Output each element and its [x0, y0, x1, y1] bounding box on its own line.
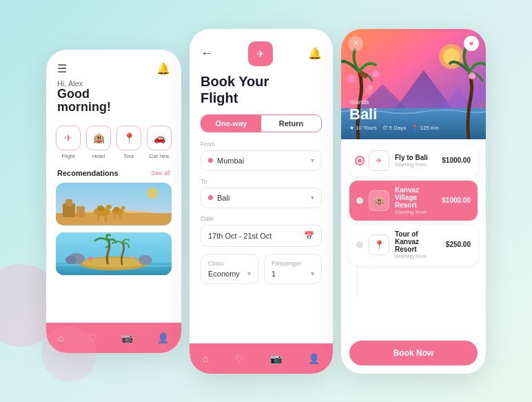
svg-point-10 [106, 205, 112, 209]
item-2-sub: Starting from [395, 253, 440, 259]
destination-bali[interactable]: Bali ★ 10 Tours [56, 232, 172, 275]
item-2-price: $250.00 [446, 241, 471, 248]
bali-hero-section: ✕ ♥ [341, 29, 486, 139]
passenger-label: Passenger [272, 260, 314, 267]
recommendations-header: Recomendations See all [46, 163, 181, 180]
nav-home-icon[interactable]: ⌂ [59, 332, 64, 343]
timeline-dot-0 [356, 157, 363, 164]
flight-btn[interactable]: ✈ [248, 41, 273, 66]
greeting-section: Hi, Alex Goodmorning! [46, 79, 181, 122]
class-select[interactable]: Class Economy ▾ [201, 254, 258, 284]
item-1-price: $1000.00 [442, 197, 471, 204]
svg-point-36 [367, 85, 373, 90]
category-tour[interactable]: 📍 Tour [116, 125, 141, 159]
svg-rect-5 [76, 206, 85, 217]
nav2-profile-icon[interactable]: 👤 [308, 353, 320, 364]
stat-km: 📍 125 Km [411, 125, 439, 131]
svg-point-11 [97, 205, 104, 211]
menu-icon[interactable]: ☰ [57, 62, 67, 75]
item-1-name: Kanvaz Village Resort [395, 186, 436, 209]
from-chevron-icon: ▾ [311, 157, 314, 164]
flight-icon: ✈ [56, 125, 81, 150]
svg-rect-8 [105, 214, 107, 221]
calendar-icon: 📅 [304, 231, 314, 241]
to-value: Bali [217, 194, 229, 202]
category-hotel[interactable]: 🏨 Hotel [86, 125, 111, 159]
booking-top-bar: ← ✈ 🔔 [190, 29, 333, 73]
date-section: Date 17th Oct - 21st Oct 📅 [190, 215, 333, 254]
svg-point-38 [372, 70, 379, 77]
item-2-icon: 📍 [369, 234, 389, 255]
notification-icon[interactable]: 🔔 [156, 62, 170, 75]
car-icon: 🚗 [147, 125, 172, 150]
tour-label: Tour [123, 153, 134, 159]
item-1-icon: 🏨 [369, 190, 389, 211]
class-value: Economy [208, 270, 240, 278]
nav-favorites-icon[interactable]: ♡ [88, 332, 97, 343]
svg-point-18 [147, 188, 158, 199]
see-all-link[interactable]: See all [151, 170, 170, 177]
close-button[interactable]: ✕ [348, 36, 363, 51]
itinerary-item-0[interactable]: ✈ Fly to Bali Starting from $1000.00 [349, 145, 478, 177]
date-label: Date [201, 215, 322, 222]
egypt-illustration [56, 183, 172, 224]
nav2-home-icon[interactable]: ⌂ [203, 353, 208, 364]
date-value: 17th Oct - 21st Oct [208, 232, 272, 240]
category-car[interactable]: 🚗 Car hire [147, 125, 172, 159]
bell-icon[interactable]: 🔔 [308, 47, 322, 60]
hotel-icon: 🏨 [86, 125, 111, 150]
stat-tours: ★ 10 Tours [349, 125, 377, 131]
class-passenger-row: Class Economy ▾ Passenger 1 ▾ [201, 254, 322, 284]
item-1-sub: Starting from [395, 209, 436, 215]
to-select[interactable]: Bali ▾ [201, 188, 322, 208]
nav2-favorites-icon[interactable]: ♡ [235, 353, 244, 364]
passenger-select[interactable]: Passenger 1 ▾ [264, 254, 322, 284]
item-0-icon: ✈ [369, 150, 389, 171]
phone-bali-detail: ✕ ♥ [341, 29, 486, 374]
back-icon[interactable]: ← [201, 46, 213, 61]
stat-days: ⏱ 5 Days [382, 125, 407, 131]
item-0-name: Fly to Bali [395, 154, 436, 161]
nav-bookings-icon[interactable]: 📷 [121, 332, 133, 343]
passenger-value: 1 [272, 270, 276, 278]
book-now-button[interactable]: Book Now [349, 341, 478, 365]
itinerary-item-1[interactable]: 🏨 Kanvaz Village Resort Starting from $1… [349, 181, 478, 221]
svg-rect-14 [119, 214, 121, 219]
tab-return[interactable]: Return [261, 115, 321, 132]
svg-point-27 [130, 256, 134, 259]
svg-point-25 [139, 255, 152, 265]
svg-point-41 [363, 73, 368, 78]
from-dot [208, 158, 213, 163]
from-label: From [201, 141, 322, 148]
date-select[interactable]: 17th Oct - 21st Oct 📅 [201, 225, 322, 247]
category-flight[interactable]: ✈ Flight [56, 125, 81, 159]
hero-text: Islands Bali ★ 10 Tours ⏱ 5 Days 📍 125 K… [349, 99, 439, 131]
to-chevron-icon: ▾ [311, 194, 314, 201]
class-label: Class [208, 260, 251, 267]
nav-profile-icon[interactable]: 👤 [157, 332, 169, 343]
heart-button[interactable]: ♥ [464, 36, 479, 51]
tour-icon: 📍 [116, 125, 141, 150]
category-list: ✈ Flight 🏨 Hotel 📍 Tour 🚗 Car hire [46, 121, 181, 163]
item-1-info: Kanvaz Village Resort Starting from [395, 186, 436, 215]
hero-tag: Islands [349, 99, 439, 105]
nav2-bookings-icon[interactable]: 📷 [270, 353, 282, 364]
item-2-info: Tour of Kanvaz Resort Starting from [395, 230, 440, 259]
flight-tabs: One-way Return [201, 114, 322, 132]
tab-one-way[interactable]: One-way [201, 115, 261, 132]
bali-illustration [56, 232, 172, 275]
svg-rect-7 [97, 214, 99, 221]
class-chevron-icon: ▾ [247, 270, 251, 277]
hero-title: Bali [349, 105, 439, 123]
phone-home: ☰ 🔔 Hi, Alex Goodmorning! ✈ Flight 🏨 Hot… [46, 50, 181, 353]
svg-point-39 [469, 72, 475, 79]
greeting-main: Goodmorning! [57, 88, 170, 115]
book-flight-title: Book YourFlight [190, 73, 333, 114]
from-select[interactable]: Mumbai ▾ [201, 150, 322, 171]
item-2-name: Tour of Kanvaz Resort [395, 230, 440, 253]
passenger-chevron-icon: ▾ [311, 270, 314, 277]
booking-bottom-nav: ⌂ ♡ 📷 👤 [190, 343, 333, 374]
phone-book-flight: ← ✈ 🔔 Book YourFlight One-way Return Fro… [190, 29, 333, 374]
destination-egypt[interactable]: Egypt ★ 10 Tours [56, 183, 172, 225]
itinerary-item-2[interactable]: 📍 Tour of Kanvaz Resort Starting from $2… [349, 225, 478, 265]
